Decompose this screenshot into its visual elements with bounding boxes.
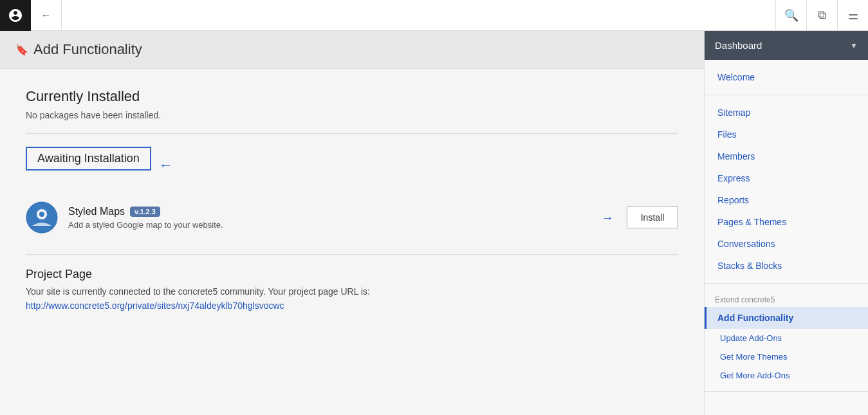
search-input[interactable]: [62, 0, 775, 31]
topbar-icons: 🔍 ⧉ ⚌: [775, 0, 868, 31]
sidebar-item-stacks-blocks[interactable]: Stacks & Blocks: [705, 255, 868, 277]
divider-2: [26, 254, 678, 255]
search-icon[interactable]: 🔍: [775, 0, 806, 31]
sidebar-item-update-addons[interactable]: Update Add-Ons: [705, 329, 868, 347]
content-body: Currently Installed No packages have bee…: [0, 69, 704, 330]
package-info: Styled Maps v.1.2.3 Add a styled Google …: [68, 206, 588, 230]
package-install-arrow-icon: →: [601, 210, 614, 225]
currently-installed-subtitle: No packages have been installed.: [26, 110, 678, 120]
project-page-title: Project Page: [26, 268, 678, 281]
sidebar-item-get-more-themes[interactable]: Get More Themes: [705, 347, 868, 366]
sidebar-section-welcome: Welcome: [705, 60, 868, 95]
copy-icon[interactable]: ⧉: [806, 0, 837, 31]
app-logo: [0, 0, 31, 31]
divider-1: [26, 133, 678, 134]
awaiting-installation-section: Awaiting Installation ←: [26, 147, 678, 241]
content-area: 🔖 Add Functionality Currently Installed …: [0, 31, 704, 415]
sidebar-item-get-more-addons[interactable]: Get More Add-Ons: [705, 366, 868, 385]
currently-installed-title: Currently Installed: [26, 88, 678, 105]
package-icon: [26, 201, 58, 234]
project-page-text: Your site is currently connected to the …: [26, 286, 678, 297]
currently-installed-section: Currently Installed No packages have bee…: [26, 88, 678, 120]
package-description: Add a styled Google map to your website.: [68, 220, 588, 230]
main-layout: 🔖 Add Functionality Currently Installed …: [0, 31, 868, 415]
sidebar-header-title: Dashboard: [715, 40, 762, 51]
topbar: ← 🔍 ⧉ ⚌: [0, 0, 868, 31]
extend-group-label: Extend concrete5: [705, 290, 868, 307]
version-badge: v.1.2.3: [130, 207, 160, 217]
sidebar-item-pages-themes[interactable]: Pages & Themes: [705, 211, 868, 233]
page-title: Add Functionality: [33, 41, 142, 58]
sidebar-item-add-functionality[interactable]: Add Functionality: [705, 307, 868, 329]
package-name: Styled Maps v.1.2.3: [68, 206, 588, 217]
sidebar-section-extend: Extend concrete5 → Add Functionality Upd…: [705, 284, 868, 392]
awaiting-installation-label: Awaiting Installation: [37, 152, 140, 165]
sidebar-section-main: Sitemap Files Members Express Reports Pa…: [705, 95, 868, 284]
sidebar-item-reports[interactable]: Reports: [705, 189, 868, 211]
sidebar: Dashboard ▼ Welcome Sitemap Files Member…: [704, 31, 868, 415]
sidebar-item-welcome[interactable]: Welcome: [705, 66, 868, 88]
sidebar-item-sitemap[interactable]: Sitemap: [705, 102, 868, 124]
install-button[interactable]: Install: [627, 207, 678, 228]
sidebar-item-files[interactable]: Files: [705, 124, 868, 145]
sidebar-item-express[interactable]: Express: [705, 167, 868, 189]
settings-icon[interactable]: ⚌: [837, 0, 868, 31]
sidebar-header: Dashboard ▼: [705, 31, 868, 60]
svg-point-2: [39, 212, 44, 217]
sidebar-item-conversations[interactable]: Conversations: [705, 233, 868, 255]
sidebar-dropdown-icon[interactable]: ▼: [850, 41, 858, 50]
page-header: 🔖 Add Functionality: [0, 31, 704, 69]
add-functionality-row: → Add Functionality: [705, 307, 868, 329]
project-page-section: Project Page Your site is currently conn…: [26, 268, 678, 311]
bookmark-icon: 🔖: [15, 44, 28, 56]
awaiting-arrow-icon: ←: [159, 157, 173, 174]
package-row: Styled Maps v.1.2.3 Add a styled Google …: [26, 194, 678, 241]
awaiting-installation-box: Awaiting Installation: [26, 147, 151, 171]
back-button[interactable]: ←: [31, 0, 62, 31]
sidebar-item-members[interactable]: Members: [705, 145, 868, 167]
project-page-url[interactable]: http://www.concrete5.org/private/sites/n…: [26, 300, 284, 311]
